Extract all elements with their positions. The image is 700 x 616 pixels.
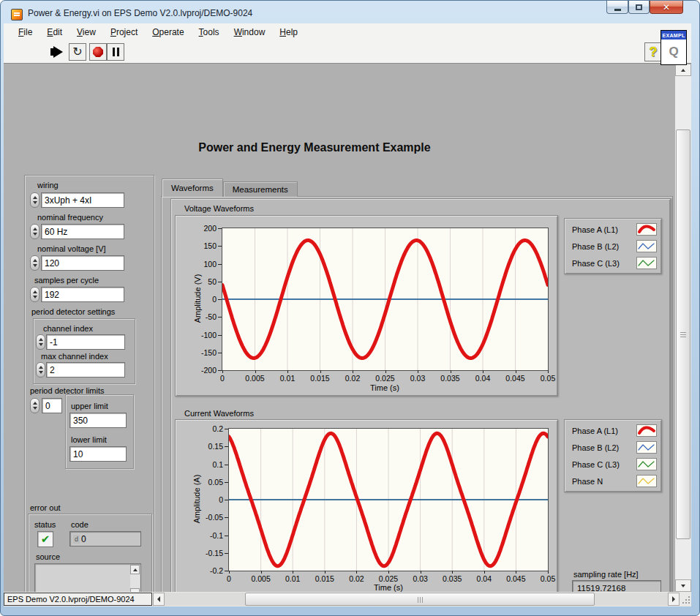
error-code-label: code	[71, 520, 89, 529]
menu-item-file[interactable]: File	[11, 23, 39, 41]
tab-waveforms[interactable]: Waveforms	[162, 179, 223, 197]
samples-per-cycle-label: samples per cycle	[34, 276, 99, 285]
scroll-up-button[interactable]	[675, 64, 691, 76]
minimize-button[interactable]	[606, 1, 628, 14]
lower-limit-input[interactable]	[69, 446, 127, 462]
legend-item[interactable]: Phase C (L3)	[565, 255, 661, 271]
toolbar: ↻ ?	[4, 41, 691, 64]
menu-item-help[interactable]: Help	[272, 23, 305, 41]
scroll-left-button[interactable]	[153, 593, 165, 606]
legend-label: Phase B (L2)	[572, 242, 636, 251]
x-tick-label: 0.005	[245, 574, 277, 583]
max-channel-index-spinner[interactable]	[36, 362, 45, 378]
scroll-down-button[interactable]	[675, 579, 691, 592]
run-continuously-button[interactable]: ↻	[69, 43, 86, 61]
error-out-label: error out	[30, 503, 61, 512]
pause-button[interactable]	[107, 43, 124, 61]
upper-limit-input[interactable]	[69, 413, 127, 428]
tab-row: WaveformsMeasurements	[162, 179, 298, 197]
period-detector-limits-spinner[interactable]	[30, 398, 39, 413]
menu-item-tools[interactable]: Tools	[192, 23, 227, 41]
sampling-rate-indicator: 11519.72168	[572, 580, 661, 592]
nominal-frequency-input[interactable]	[41, 224, 124, 239]
error-code-value: 0	[81, 534, 86, 544]
legend-item[interactable]: Phase B (L2)	[565, 439, 661, 456]
nominal-voltage-spinner[interactable]	[30, 255, 39, 271]
x-tick-label: 0	[206, 374, 238, 383]
project-context-label: EPS Demo V2.0.lvproj/DEMO-9024	[4, 593, 152, 606]
wiring-label: wiring	[37, 181, 59, 189]
y-tick-label: 150	[189, 241, 217, 250]
x-tick-label: 0.01	[276, 574, 309, 583]
x-tick-label: 0.04	[468, 574, 500, 583]
maximize-button[interactable]	[628, 1, 650, 14]
voltage-x-axis-label: Time (s)	[352, 383, 418, 392]
x-tick-label: 0.025	[369, 374, 402, 383]
pause-icon	[113, 48, 115, 56]
menu-item-view[interactable]: View	[69, 23, 103, 41]
legend-item[interactable]: Phase N	[565, 473, 661, 489]
nominal-voltage-label: nominal voltage [V]	[37, 244, 106, 253]
abort-icon	[93, 47, 103, 57]
x-tick-label: 0.02	[336, 374, 369, 383]
x-tick-label: 0	[213, 574, 245, 583]
x-tick-label: 0.045	[500, 374, 532, 383]
legend-item[interactable]: Phase A (L1)	[565, 221, 661, 238]
menu-item-edit[interactable]: Edit	[39, 23, 69, 41]
help-button[interactable]: ?	[644, 42, 662, 61]
tab-measurements[interactable]: Measurements	[223, 181, 298, 197]
help-icon: ?	[650, 45, 658, 60]
max-channel-index-input[interactable]	[46, 362, 125, 378]
error-status-indicator: ✔	[37, 531, 53, 547]
legend-label: Phase C (L3)	[572, 259, 636, 268]
scroll-right-button[interactable]	[668, 593, 680, 606]
legend-item[interactable]: Phase C (L3)	[565, 456, 661, 473]
current-chart-caption: Current Waveforms	[184, 409, 254, 418]
x-tick-label: 0.02	[340, 574, 372, 583]
title-bar: Power & Energy.vi on EPS Demo V2.0.lvpro…	[4, 3, 691, 23]
error-status-label: status	[34, 520, 56, 529]
x-tick-label: 0.015	[309, 574, 341, 583]
channel-index-label: channel index	[43, 324, 93, 333]
current-x-axis-label: Time (s)	[355, 583, 421, 592]
x-tick-label: 0.04	[467, 374, 499, 383]
period-detector-settings-label: period detector settings	[31, 307, 115, 316]
x-tick-label: 0.025	[372, 574, 404, 583]
close-icon: ✕	[663, 2, 670, 12]
upper-limit-label: upper limit	[71, 402, 108, 410]
run-button[interactable]	[49, 43, 67, 61]
resize-grip[interactable]	[680, 593, 691, 605]
channel-index-spinner[interactable]	[36, 334, 45, 350]
horizontal-scrollbar: EPS Demo V2.0.lvproj/DEMO-9024	[4, 592, 691, 606]
legend-line-sample-icon	[636, 475, 657, 487]
close-button[interactable]: ✕	[650, 1, 683, 14]
legend-item[interactable]: Phase B (L2)	[565, 238, 661, 255]
period-detector-limits-index-input[interactable]	[42, 398, 62, 413]
legend-line-sample-icon	[636, 240, 657, 252]
abort-button[interactable]	[89, 43, 107, 61]
vi-window-icon	[11, 9, 23, 20]
x-tick-label: 0.035	[436, 574, 468, 583]
legend-item[interactable]: Phase A (L1)	[565, 422, 661, 439]
wiring-spinner[interactable]	[30, 192, 39, 208]
channel-index-input[interactable]	[46, 334, 125, 350]
x-tick-label: 0.03	[402, 374, 434, 383]
run-arrow-icon	[53, 46, 63, 58]
nominal-voltage-input[interactable]	[41, 255, 124, 271]
x-tick-label: 0.05	[532, 574, 564, 583]
nominal-frequency-spinner[interactable]	[30, 224, 39, 239]
samples-per-cycle-input[interactable]	[41, 287, 124, 302]
labview-window: Power & Energy.vi on EPS Demo V2.0.lvpro…	[0, 0, 700, 616]
radix-indicator: d	[73, 535, 80, 544]
menu-item-window[interactable]: Window	[227, 23, 273, 41]
scroll-up-button[interactable]	[130, 565, 140, 574]
vi-icon: EXAMPL Q	[661, 30, 687, 65]
horizontal-scrollbar-thumb[interactable]	[245, 593, 595, 606]
samples-per-cycle-spinner[interactable]	[30, 287, 39, 302]
x-tick-label: 0.05	[532, 374, 564, 383]
window-title: Power & Energy.vi on EPS Demo V2.0.lvpro…	[28, 8, 252, 18]
vertical-scrollbar-thumb[interactable]	[676, 129, 690, 539]
menu-item-operate[interactable]: Operate	[145, 23, 191, 41]
wiring-input[interactable]	[41, 192, 124, 208]
menu-item-project[interactable]: Project	[103, 23, 145, 41]
